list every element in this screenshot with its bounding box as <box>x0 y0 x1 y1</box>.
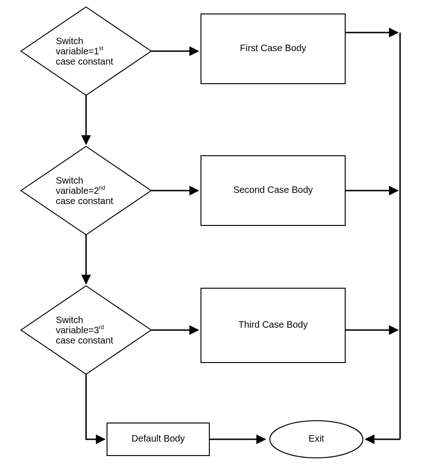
process-third-case-body: Third Case Body <box>201 288 345 363</box>
terminator-exit: Exit <box>270 421 363 458</box>
process-first-case-body: First Case Body <box>201 14 345 84</box>
decision-3-line2: variable=3rd <box>56 324 104 335</box>
decision-1-line3: case constant <box>56 56 114 66</box>
decision-3-line1: Switch <box>56 315 83 325</box>
process-3-label: Third Case Body <box>239 319 308 330</box>
process-second-case-body: Second Case Body <box>201 156 345 225</box>
decision-1-line1: Switch <box>56 36 83 46</box>
decision-2-line3: case constant <box>56 196 114 206</box>
decision-switch-1: Switch variable=1st case constant <box>21 7 151 95</box>
decision-switch-2: Switch variable=2nd case constant <box>21 146 151 235</box>
process-1-label: First Case Body <box>240 43 306 53</box>
process-2-label: Second Case Body <box>233 185 313 195</box>
decision-2-line1: Switch <box>56 175 83 185</box>
decision-3-line3: case constant <box>56 335 114 345</box>
decision-1-line2: variable=1st <box>56 45 104 56</box>
decision-switch-3: Switch variable=3rd case constant <box>21 286 151 374</box>
arrow-d3-to-default <box>86 374 105 439</box>
exit-label: Exit <box>308 433 324 443</box>
decision-2-line2: variable=2nd <box>56 185 105 196</box>
default-label: Default Body <box>132 433 185 443</box>
process-default-body: Default Body <box>107 423 209 456</box>
